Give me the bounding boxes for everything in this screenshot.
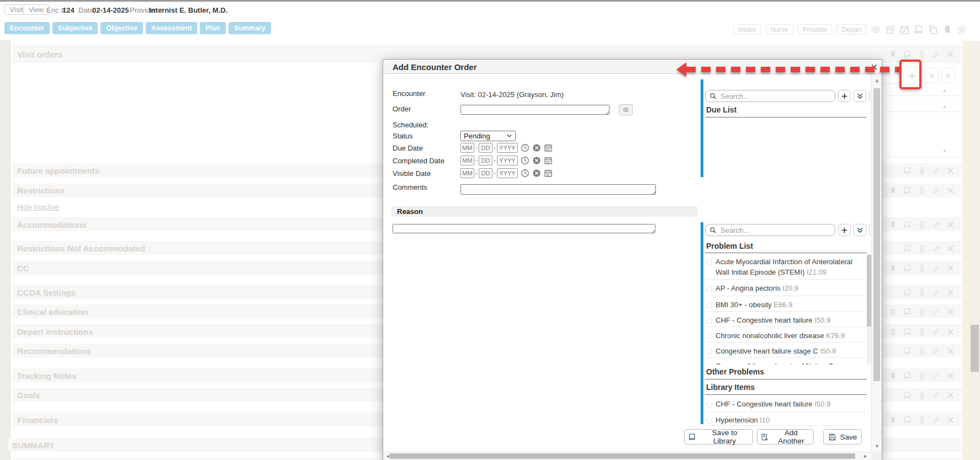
pencil-icon[interactable] bbox=[932, 186, 940, 195]
window-scrollbar[interactable] bbox=[970, 41, 980, 460]
nurse-button[interactable]: Nurse bbox=[766, 24, 793, 35]
scroll-down-icon[interactable]: ▼ bbox=[875, 444, 880, 449]
expand-due-list-button[interactable] bbox=[854, 90, 866, 102]
order-picker-button[interactable] bbox=[619, 104, 633, 115]
collapse-caret-icon[interactable]: ▲ bbox=[942, 148, 947, 153]
radio-icon[interactable] bbox=[706, 363, 712, 365]
bookmark-icon[interactable] bbox=[889, 50, 897, 58]
trash-icon[interactable] bbox=[889, 308, 897, 316]
pencil-icon[interactable] bbox=[932, 372, 940, 380]
provider-button[interactable]: Provider bbox=[798, 24, 833, 35]
book-icon[interactable] bbox=[903, 244, 912, 253]
due-date-month-input[interactable] bbox=[460, 143, 474, 153]
problem-search[interactable] bbox=[705, 224, 835, 236]
problem-search-input[interactable] bbox=[719, 226, 831, 235]
save-to-library-button[interactable]: Save to Library bbox=[684, 429, 753, 445]
microphone-icon[interactable] bbox=[918, 221, 926, 229]
add-another-button[interactable]: Add Another bbox=[757, 429, 814, 445]
book-icon[interactable] bbox=[903, 221, 912, 229]
pencil-icon[interactable] bbox=[932, 244, 940, 253]
microphone-icon[interactable] bbox=[918, 328, 926, 336]
radio-icon[interactable] bbox=[706, 259, 712, 265]
add-problem-button[interactable] bbox=[838, 224, 851, 236]
book-icon[interactable] bbox=[903, 308, 912, 316]
radio-icon[interactable] bbox=[706, 418, 712, 424]
save-button[interactable]: Save bbox=[823, 429, 862, 445]
dialog-horizontal-scrollbar-thumb[interactable] bbox=[390, 453, 855, 459]
calendar-check-icon[interactable] bbox=[899, 25, 909, 35]
radio-icon[interactable] bbox=[706, 402, 712, 408]
clear-date-icon[interactable] bbox=[532, 156, 541, 165]
microphone-icon[interactable] bbox=[918, 372, 926, 380]
visible-date-month-input[interactable] bbox=[460, 168, 474, 178]
time-icon[interactable] bbox=[521, 143, 529, 152]
problem-item[interactable]: Acute Myocardial Infarction of Anterolat… bbox=[706, 256, 864, 277]
close-icon[interactable] bbox=[946, 328, 955, 336]
view-button[interactable]: View bbox=[23, 4, 49, 15]
microphone-icon[interactable] bbox=[918, 50, 926, 58]
bookmark-icon[interactable] bbox=[942, 25, 952, 35]
scroll-right-icon[interactable]: ► bbox=[863, 454, 868, 459]
calendar-icon[interactable] bbox=[544, 143, 553, 152]
microphone-icon[interactable] bbox=[918, 244, 926, 253]
radio-icon[interactable] bbox=[706, 333, 712, 339]
trash-icon[interactable] bbox=[889, 328, 897, 336]
clear-date-icon[interactable] bbox=[532, 169, 541, 178]
archive-icon[interactable] bbox=[885, 25, 895, 35]
book-icon[interactable] bbox=[903, 288, 912, 297]
pencil-icon[interactable] bbox=[932, 264, 940, 272]
microphone-icon[interactable] bbox=[918, 308, 926, 316]
completed-date-year-input[interactable] bbox=[497, 156, 518, 165]
microphone-icon[interactable] bbox=[918, 264, 926, 272]
time-icon[interactable] bbox=[521, 156, 529, 165]
depart-button[interactable]: Depart bbox=[836, 24, 866, 35]
book-icon[interactable] bbox=[903, 372, 912, 380]
clear-date-icon[interactable] bbox=[532, 143, 541, 152]
pencil-icon[interactable] bbox=[932, 50, 940, 58]
pencil-icon[interactable] bbox=[932, 308, 940, 316]
gears-icon[interactable] bbox=[957, 25, 967, 35]
time-icon[interactable] bbox=[521, 169, 529, 178]
due-date-year-input[interactable] bbox=[497, 143, 518, 153]
close-icon[interactable] bbox=[946, 308, 955, 316]
add-due-item-button[interactable] bbox=[838, 90, 851, 102]
book-icon[interactable] bbox=[903, 416, 912, 424]
pencil-icon[interactable] bbox=[932, 416, 940, 424]
collapse-caret-icon[interactable]: ▲ bbox=[942, 104, 947, 109]
reason-input[interactable] bbox=[393, 224, 655, 233]
problem-item[interactable]: BMI 30+ - obesity E66.9 bbox=[706, 299, 864, 310]
close-icon[interactable] bbox=[946, 347, 955, 355]
book-icon[interactable] bbox=[903, 186, 912, 195]
problem-item[interactable]: Congestive heart failure stage C I50.9 bbox=[706, 346, 864, 356]
visible-date-year-input[interactable] bbox=[497, 168, 518, 178]
tab-summary[interactable]: Summary bbox=[229, 22, 271, 34]
close-icon[interactable] bbox=[946, 372, 955, 380]
dialog-vertical-scrollbar-thumb[interactable] bbox=[873, 88, 880, 381]
book-icon[interactable] bbox=[903, 167, 912, 175]
close-icon[interactable] bbox=[946, 50, 955, 58]
collapse-all-button[interactable] bbox=[941, 68, 955, 83]
close-icon[interactable] bbox=[946, 288, 955, 297]
calendar-icon[interactable] bbox=[544, 156, 553, 165]
close-icon[interactable] bbox=[946, 416, 955, 424]
close-icon[interactable] bbox=[946, 167, 955, 175]
scroll-up-icon[interactable]: ▲ bbox=[875, 78, 880, 83]
visible-date-day-input[interactable] bbox=[479, 168, 492, 178]
status-select[interactable]: Pending bbox=[460, 131, 516, 141]
library-item[interactable]: Hypertension I10 bbox=[706, 415, 864, 425]
close-icon[interactable] bbox=[946, 186, 955, 195]
due-list-search[interactable] bbox=[705, 90, 835, 102]
tab-objective[interactable]: Objective bbox=[100, 22, 142, 34]
window-scrollbar-thumb[interactable] bbox=[971, 325, 979, 372]
book-icon[interactable] bbox=[903, 264, 912, 272]
calendar-icon[interactable] bbox=[544, 169, 553, 178]
bookmark-icon[interactable] bbox=[889, 264, 897, 272]
tab-assessment[interactable]: Assessment bbox=[146, 22, 198, 34]
expand-all-button[interactable] bbox=[924, 68, 939, 83]
completed-date-month-input[interactable] bbox=[460, 156, 474, 165]
microphone-icon[interactable] bbox=[918, 347, 926, 355]
microphone-icon[interactable] bbox=[918, 186, 926, 195]
close-icon[interactable] bbox=[946, 264, 955, 272]
bookmark-icon[interactable] bbox=[889, 372, 897, 380]
book-icon[interactable] bbox=[903, 50, 912, 58]
